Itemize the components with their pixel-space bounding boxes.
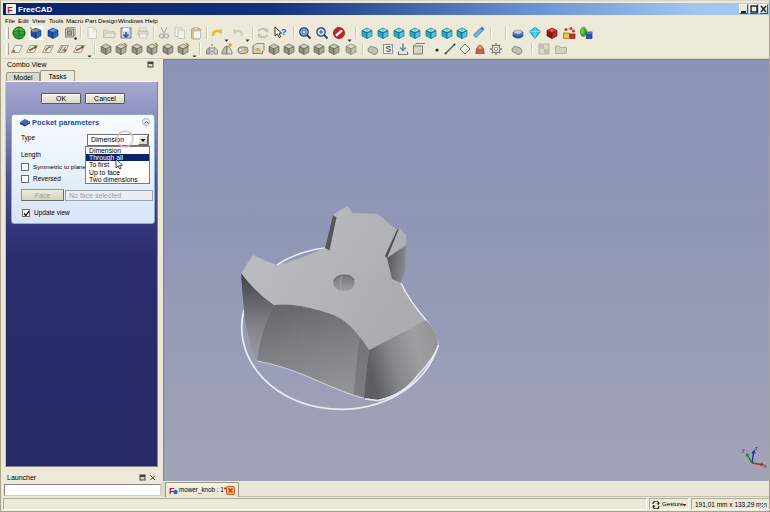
svg-text:S: S [386, 44, 392, 54]
svg-text:y: y [742, 447, 745, 453]
svg-text:?: ? [281, 27, 287, 37]
svg-text:z: z [755, 445, 758, 451]
svg-text:x: x [764, 463, 767, 469]
svg-text:F: F [7, 5, 13, 15]
